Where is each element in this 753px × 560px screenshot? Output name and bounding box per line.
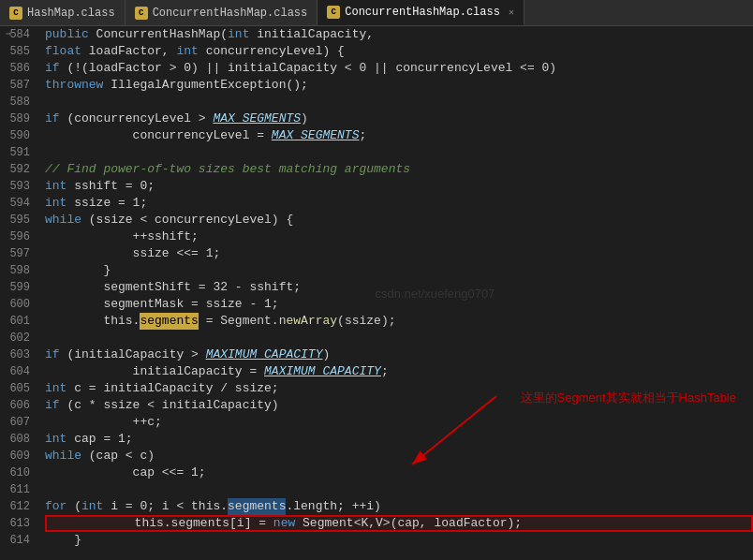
line-num-587: 587 [4,77,37,94]
tab-icon-hashmap: C [9,7,22,20]
line-num-588: 588 [4,94,37,111]
code-line-590: concurrencyLevel = MAX_SEGMENTS; [45,127,753,144]
line-num-595: 595 [4,212,37,228]
close-icon[interactable]: ✕ [509,7,514,18]
line-num-614: 614 [4,532,37,549]
tab-bar: C HashMap.class C ConcurrentHashMap.clas… [0,0,753,26]
line-num-591: 591 [4,144,37,161]
code-line-614: } [45,532,753,549]
line-num-612: 612 [4,498,37,515]
tab-label-concurrent1: ConcurrentHashMap.class [153,7,308,20]
line-numbers: 5845855865875885895905915925935945955965… [0,26,45,560]
code-line-604: initialCapacity = MAXIMUM_CAPACITY; [45,363,753,380]
code-line-586: if (!(loadFactor > 0) || initialCapacity… [45,60,753,77]
tab-icon-concurrent2: C [327,6,340,19]
code-line-609: while (cap < c) [45,448,753,464]
line-num-608: 608 [4,431,37,448]
line-num-598: 598 [4,262,37,279]
line-num-589: 589 [4,111,37,127]
code-line-599: segmentShift = 32 - sshift; [45,279,753,296]
line-num-607: 607 [4,414,37,431]
code-line-600: segmentMask = ssize - 1; [45,296,753,313]
line-num-604: 604 [4,363,37,380]
line-num-611: 611 [4,481,37,498]
line-num-597: 597 [4,245,37,262]
code-line-591 [45,144,753,161]
code-line-613: this.segments[i] = new Segment<K,V>(cap,… [45,515,753,532]
code-line-608: int cap = 1; [45,431,753,448]
line-num-596: 596 [4,228,37,245]
code-content: csdn.net/xuefeng0707 public ConcurrentHa… [45,26,753,560]
line-num-594: 594 [4,195,37,212]
code-line-610: cap <<= 1; [45,464,753,481]
tab-concurrenthashmap2[interactable]: C ConcurrentHashMap.class ✕ [317,0,524,25]
code-line-589: if (concurrencyLevel > MAX_SEGMENTS) [45,111,753,127]
code-line-587: throw new IllegalArgumentException(); [45,77,753,94]
line-num-613: 613 [4,515,37,532]
code-line-594: int ssize = 1; [45,195,753,212]
line-num-590: 590 [4,127,37,144]
tab-label-concurrent2: ConcurrentHashMap.class [345,6,500,19]
code-line-598: } [45,262,753,279]
line-num-601: 601 [4,313,37,330]
line-num-586: 586 [4,60,37,77]
code-line-602 [45,330,753,346]
code-line-595: while (ssize < concurrencyLevel) { [45,212,753,228]
line-num-609: 609 [4,448,37,464]
line-num-603: 603 [4,346,37,363]
line-num-599: 599 [4,279,37,296]
code-line-607: ++c; [45,414,753,431]
line-num-593: 593 [4,178,37,195]
line-num-584: 584 [4,26,37,43]
tab-concurrenthashmap1[interactable]: C ConcurrentHashMap.class [126,0,318,25]
code-line-584: public ConcurrentHashMap(int initialCapa… [45,26,753,43]
code-line-588 [45,94,753,111]
line-num-610: 610 [4,464,37,481]
tab-hashmap[interactable]: C HashMap.class [0,0,126,25]
line-num-600: 600 [4,296,37,313]
line-num-602: 602 [4,330,37,346]
code-line-593: int sshift = 0; [45,178,753,195]
line-num-592: 592 [4,161,37,178]
tab-label-hashmap: HashMap.class [27,7,115,20]
tab-icon-concurrent1: C [135,7,148,20]
code-line-585: float loadFactor, int concurrencyLevel) … [45,43,753,60]
code-line-596: ++sshift; [45,228,753,245]
code-line-611 [45,481,753,498]
line-num-606: 606 [4,397,37,414]
line-num-605: 605 [4,380,37,397]
code-line-601: this.segments = Segment.newArray(ssize); [45,313,753,330]
code-line-606: if (c * ssize < initialCapacity) [45,397,753,414]
code-line-612: for (int i = 0; i < this.segments.length… [45,498,753,515]
line-num-585: 585 [4,43,37,60]
code-line-605: int c = initialCapacity / ssize; [45,380,753,397]
code-line-592: // Find power-of-two sizes best matching… [45,161,753,178]
code-line-597: ssize <<= 1; [45,245,753,262]
code-area: 5845855865875885895905915925935945955965… [0,26,753,560]
code-line-603: if (initialCapacity > MAXIMUM_CAPACITY) [45,346,753,363]
